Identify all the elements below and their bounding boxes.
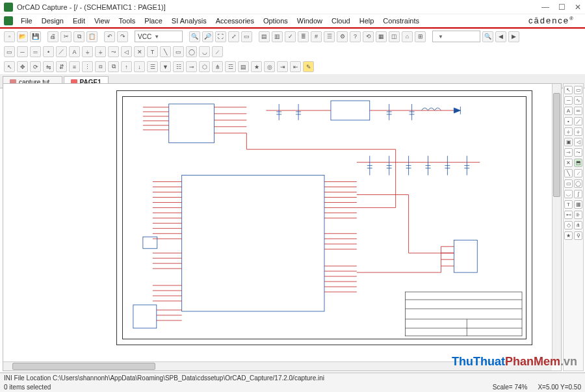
annotate-button[interactable]: ▤ bbox=[259, 31, 270, 42]
place-power-button[interactable]: ⏚ bbox=[82, 46, 93, 57]
place-rect-button[interactable]: ▭ bbox=[173, 46, 184, 57]
image-tool[interactable]: ▦ bbox=[574, 200, 582, 209]
undo-button[interactable]: ↶ bbox=[104, 31, 115, 42]
filter-button[interactable]: ▼ bbox=[160, 61, 171, 72]
autowire-tool[interactable]: ∿ bbox=[574, 96, 582, 105]
noconnect-tool[interactable]: ✕ bbox=[564, 159, 573, 167]
junction-tool[interactable]: • bbox=[564, 117, 573, 125]
select-button[interactable]: ↖ bbox=[4, 61, 15, 72]
polyline-tool[interactable]: ⟋ bbox=[574, 169, 582, 177]
descend-button[interactable]: ↓ bbox=[134, 61, 145, 72]
ieee-tool[interactable]: ◇ bbox=[564, 221, 573, 229]
ascend-button[interactable]: ↑ bbox=[121, 61, 132, 72]
cut-button[interactable]: ✂ bbox=[60, 31, 72, 42]
part-manager-button[interactable]: ⚙ bbox=[337, 31, 348, 42]
rect-tool[interactable]: ▭ bbox=[564, 179, 573, 188]
menu-options[interactable]: Options bbox=[259, 16, 292, 26]
place-offpage-button[interactable]: ⤳ bbox=[108, 46, 119, 57]
place-netalias-button[interactable]: A bbox=[69, 46, 80, 57]
place-ellipse-button[interactable]: ◯ bbox=[186, 46, 197, 57]
menu-help[interactable]: Help bbox=[356, 16, 378, 26]
bezier-tool[interactable]: ∫ bbox=[574, 190, 582, 198]
menu-window[interactable]: Window bbox=[293, 16, 326, 26]
offpage-tool[interactable]: ⤳ bbox=[574, 148, 582, 157]
find-next-button[interactable]: ▶ bbox=[508, 31, 519, 42]
vertical-scrollbar[interactable] bbox=[552, 84, 561, 361]
power-tool[interactable]: ⏚ bbox=[564, 127, 573, 136]
menu-design[interactable]: Design bbox=[38, 16, 68, 26]
prev-page-button[interactable]: ⇤ bbox=[290, 61, 301, 72]
library-button[interactable]: ⊞ bbox=[415, 31, 426, 42]
title-block-button[interactable]: ▤ bbox=[238, 61, 249, 72]
zoom-out-button[interactable]: 🔎 bbox=[202, 31, 213, 42]
arc-tool[interactable]: ◡ bbox=[564, 190, 573, 198]
pins-button[interactable]: ⊸ bbox=[186, 61, 197, 72]
zoom-sheet-button[interactable]: ▭ bbox=[241, 31, 252, 42]
rotate-button[interactable]: ⟳ bbox=[30, 61, 41, 72]
save-button[interactable]: 💾 bbox=[30, 31, 41, 42]
part-tool[interactable]: ▭ bbox=[574, 86, 582, 94]
drc-button[interactable]: ✓ bbox=[285, 31, 296, 42]
place-polyline-button[interactable]: ⟋ bbox=[212, 46, 223, 57]
place-junction-button[interactable]: • bbox=[43, 46, 54, 57]
fish-eye-button[interactable]: ◎ bbox=[264, 61, 275, 72]
place-bus-button[interactable]: ═ bbox=[30, 46, 41, 57]
back-annotate-button[interactable]: ▥ bbox=[272, 31, 283, 42]
help-button[interactable]: ? bbox=[350, 31, 361, 42]
menu-place[interactable]: Place bbox=[140, 16, 166, 26]
place-part-button[interactable]: ▭ bbox=[4, 46, 15, 57]
horizontal-scrollbar[interactable] bbox=[3, 361, 552, 371]
cross-reference-button[interactable]: # bbox=[311, 31, 322, 42]
minimize-button[interactable]: — bbox=[541, 3, 549, 12]
place-wire-button[interactable]: ─ bbox=[17, 46, 28, 57]
mirror-v-button[interactable]: ⇵ bbox=[56, 61, 67, 72]
snap-grid-button[interactable]: ▦ bbox=[376, 31, 387, 42]
ground-tool[interactable]: ⏚ bbox=[574, 127, 582, 136]
bookmark-button[interactable]: ★ bbox=[251, 61, 262, 72]
menu-tools[interactable]: Tools bbox=[115, 16, 140, 26]
probe-tool[interactable]: ⚲ bbox=[574, 231, 582, 240]
variants-button[interactable]: ⋔ bbox=[212, 61, 223, 72]
occ-button[interactable]: ☲ bbox=[225, 61, 236, 72]
net-name-combo[interactable]: VCC ▼ bbox=[135, 31, 183, 42]
redo-button[interactable]: ↷ bbox=[117, 31, 128, 42]
find-button[interactable]: 🔍 bbox=[482, 31, 493, 42]
zoom-in-button[interactable]: 🔍 bbox=[189, 31, 200, 42]
scroll-thumb[interactable] bbox=[12, 363, 155, 370]
hierport-tool[interactable]: ◁ bbox=[574, 138, 582, 146]
netgroup-tool[interactable]: ⬒ bbox=[574, 159, 582, 167]
search-combo[interactable]: ▼ bbox=[432, 31, 480, 42]
menu-edit[interactable]: Edit bbox=[69, 16, 89, 26]
place-arc-button[interactable]: ◡ bbox=[199, 46, 210, 57]
paste-button[interactable]: 📋 bbox=[86, 31, 98, 42]
menu-view[interactable]: View bbox=[90, 16, 114, 26]
pin-tool[interactable]: ⊷ bbox=[564, 211, 573, 219]
variant-tool[interactable]: ⋔ bbox=[574, 221, 582, 229]
hierblock-tool[interactable]: ▣ bbox=[564, 138, 573, 146]
place-line-button[interactable]: ╲ bbox=[160, 46, 171, 57]
busentry-tool[interactable]: ／ bbox=[574, 117, 582, 125]
move-button[interactable]: ✥ bbox=[17, 61, 28, 72]
bookmark-tool[interactable]: ★ bbox=[564, 231, 573, 240]
new-button[interactable]: ▫ bbox=[4, 31, 15, 42]
distribute-button[interactable]: ⋮ bbox=[82, 61, 93, 72]
place-ground-button[interactable]: ⏚ bbox=[95, 46, 106, 57]
maximize-button[interactable]: ☐ bbox=[558, 3, 566, 12]
properties-button[interactable]: ☰ bbox=[147, 61, 158, 72]
text-tool[interactable]: T bbox=[564, 200, 573, 209]
line-tool[interactable]: ╲ bbox=[564, 169, 573, 177]
netlist-button[interactable]: ≣ bbox=[298, 31, 309, 42]
netalias-tool[interactable]: A bbox=[564, 107, 573, 115]
hier-button[interactable]: ⬡ bbox=[199, 61, 210, 72]
project-button[interactable]: ⌂ bbox=[402, 31, 413, 42]
close-button[interactable]: ✕ bbox=[575, 3, 581, 12]
area-select-button[interactable]: ◫ bbox=[389, 31, 400, 42]
wire-tool[interactable]: ─ bbox=[564, 96, 573, 105]
copy-button[interactable]: ⧉ bbox=[73, 31, 84, 42]
schematic-canvas[interactable] bbox=[6, 86, 552, 361]
zoom-fit-button[interactable]: ⤢ bbox=[228, 31, 239, 42]
bus-tool[interactable]: ═ bbox=[574, 107, 582, 115]
open-button[interactable]: 📂 bbox=[17, 31, 28, 42]
notes-button[interactable]: ✎ bbox=[303, 61, 314, 72]
print-button[interactable]: 🖨 bbox=[47, 31, 58, 42]
